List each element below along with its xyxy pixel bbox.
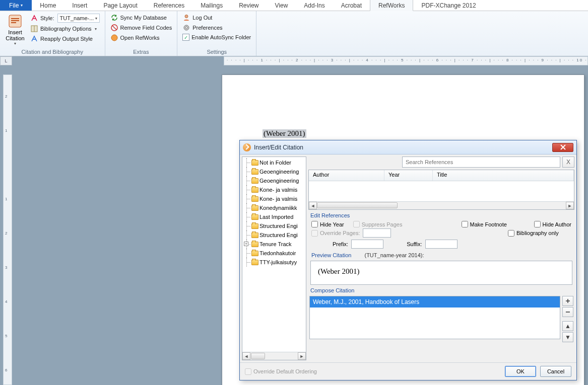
grid-scrollbar[interactable]: ◄ ►	[309, 201, 574, 209]
make-footnote-checkbox[interactable]: Make Footnote	[462, 221, 525, 227]
ruler-vertical[interactable]: 2112345678910111213	[3, 74, 12, 385]
grid-scroll-left[interactable]: ◄	[309, 202, 317, 209]
dialog-titlebar[interactable]: Insert/Edit Citation	[240, 140, 576, 155]
prefix-field[interactable]	[351, 240, 383, 249]
move-down-button[interactable]: ▼	[562, 332, 573, 342]
reapply-label: Reapply Output Style	[40, 36, 93, 42]
group-title-3: Settings	[180, 48, 253, 56]
tree-folder-item[interactable]: Kone- ja valmis	[243, 194, 305, 203]
edit-references-label: Edit References	[308, 212, 574, 219]
folder-label: Kone- ja valmis	[259, 196, 297, 202]
folder-icon	[251, 233, 258, 238]
ruler-horizontal[interactable]: · · · · | · · · 1 · · · | · · · 2 · · · …	[12, 56, 588, 65]
tree-scrollbar[interactable]: ◄ ►	[242, 352, 306, 360]
tree-folder-item[interactable]: +Tenure Track	[243, 240, 305, 249]
folder-label: Tenure Track	[259, 241, 292, 247]
folder-icon	[251, 242, 258, 247]
grid-header: Author Year Title	[309, 170, 574, 181]
add-button[interactable]	[562, 296, 573, 306]
override-default-ordering-checkbox[interactable]: Override Default Ordering	[245, 368, 317, 375]
open-refworks-label: Open RefWorks	[120, 35, 160, 41]
svg-point-11	[185, 27, 187, 29]
tab-view[interactable]: View	[267, 0, 296, 11]
prefs-label: Preferences	[192, 25, 222, 31]
clear-search-button[interactable]: X	[562, 157, 574, 168]
override-pages-field[interactable]	[363, 228, 391, 238]
folder-icon	[251, 251, 258, 256]
group-settings: Log Out Preferences ✓ Enable AutoSync Fo…	[177, 11, 256, 56]
scroll-right-button[interactable]: ►	[298, 352, 306, 360]
compose-item[interactable]: Weber, M.J., 2001, Handbook of Lasers	[310, 296, 560, 307]
tree-folder-item[interactable]: TTY-julkaisutyy	[243, 258, 305, 267]
folder-tree[interactable]: Not in FolderGeoengineeringGeoengineerin…	[242, 157, 306, 360]
suppress-pages-checkbox[interactable]: Suppress Pages	[353, 221, 403, 227]
tree-folder-item[interactable]: Geoengineering	[243, 167, 305, 176]
col-year[interactable]: Year	[384, 170, 433, 181]
prefix-label: Prefix:	[333, 241, 348, 247]
citation-field[interactable]: (Weber 2001)	[263, 129, 306, 138]
tree-folder-item[interactable]: Kone- ja valmis	[243, 185, 305, 194]
tree-folder-item[interactable]: Geoengineering	[243, 176, 305, 185]
prefs-button[interactable]: Preferences	[180, 23, 253, 32]
svg-rect-1	[11, 18, 19, 19]
autosync-toggle[interactable]: ✓ Enable AutoSync Folder	[180, 33, 253, 41]
tab-home[interactable]: Home	[32, 0, 64, 11]
tab-addins[interactable]: Add-Ins	[296, 0, 333, 11]
remove-button[interactable]	[562, 307, 573, 317]
remove-codes-button[interactable]: Remove Field Codes	[108, 23, 174, 32]
bib-only-checkbox[interactable]: Bibliography only	[508, 230, 571, 237]
ok-button[interactable]: OK	[505, 366, 536, 377]
svg-point-9	[185, 15, 188, 18]
hide-year-checkbox[interactable]: Hide Year	[311, 221, 344, 227]
tree-folder-item[interactable]: Not in Folder	[243, 158, 305, 167]
logout-label: Log Out	[192, 15, 212, 21]
tab-review[interactable]: Review	[231, 0, 267, 11]
tab-refworks[interactable]: RefWorks	[370, 0, 413, 11]
hide-author-checkbox[interactable]: Hide Author	[534, 221, 571, 227]
move-up-button[interactable]: ▲	[562, 321, 573, 331]
insert-citation-button[interactable]: Insert Citation ▾	[3, 12, 27, 48]
bib-options-button[interactable]: Bibliography Options ▾	[28, 24, 102, 33]
tab-page-layout[interactable]: Page Layout	[95, 0, 145, 11]
insert-edit-citation-dialog: Insert/Edit Citation Not in FolderGeoeng…	[239, 140, 577, 380]
search-input[interactable]	[402, 157, 560, 168]
compose-list[interactable]: Weber, M.J., 2001, Handbook of Lasers	[309, 296, 560, 339]
style-combo[interactable]: TUT_name-...	[57, 14, 100, 23]
reapply-button[interactable]: Reapply Output Style	[28, 34, 102, 43]
tab-pdfxchange[interactable]: PDF-XChange 2012	[413, 0, 484, 11]
book-icon	[30, 25, 38, 33]
sync-button[interactable]: Sync My Database	[108, 13, 174, 22]
remove-codes-label: Remove Field Codes	[120, 25, 172, 31]
sync-icon	[110, 14, 118, 22]
cancel-button[interactable]: Cancel	[540, 366, 571, 377]
col-author[interactable]: Author	[309, 170, 384, 181]
col-title[interactable]: Title	[433, 170, 574, 181]
tree-folder-item[interactable]: Tiedonhakutoir	[243, 249, 305, 258]
logout-button[interactable]: Log Out	[180, 13, 253, 22]
tab-file[interactable]: File	[0, 0, 32, 11]
tab-references[interactable]: References	[146, 0, 192, 11]
svg-line-7	[112, 26, 116, 30]
grid-scroll-right[interactable]: ►	[566, 202, 574, 209]
tab-acrobat[interactable]: Acrobat	[333, 0, 370, 11]
tree-folder-item[interactable]: Last Imported	[243, 212, 305, 221]
open-refworks-button[interactable]: Open RefWorks	[108, 33, 174, 42]
grid-scroll-thumb[interactable]	[317, 202, 398, 208]
preview-style-label: (TUT_name-year 2014):	[364, 252, 424, 258]
tab-insert[interactable]: Insert	[64, 0, 95, 11]
override-pages-checkbox[interactable]: Override Pages:	[311, 230, 360, 237]
references-grid[interactable]: Author Year Title ◄ ►	[308, 170, 574, 210]
svg-point-8	[111, 35, 117, 41]
scroll-thumb[interactable]	[251, 353, 265, 359]
tree-folder-item[interactable]: Structured Engi	[243, 230, 305, 240]
tree-folder-item[interactable]: Structured Engi	[243, 221, 305, 230]
folder-icon	[251, 260, 258, 265]
suffix-field[interactable]	[425, 240, 458, 249]
close-button[interactable]	[552, 143, 573, 152]
checkbox-icon: ✓	[182, 34, 189, 41]
suffix-label: Suffix:	[407, 241, 422, 247]
tab-mailings[interactable]: Mailings	[192, 0, 231, 11]
tree-folder-item[interactable]: Konedynamiikk	[243, 203, 305, 212]
ruler-corner[interactable]: L	[0, 56, 12, 65]
scroll-left-button[interactable]: ◄	[242, 352, 250, 360]
